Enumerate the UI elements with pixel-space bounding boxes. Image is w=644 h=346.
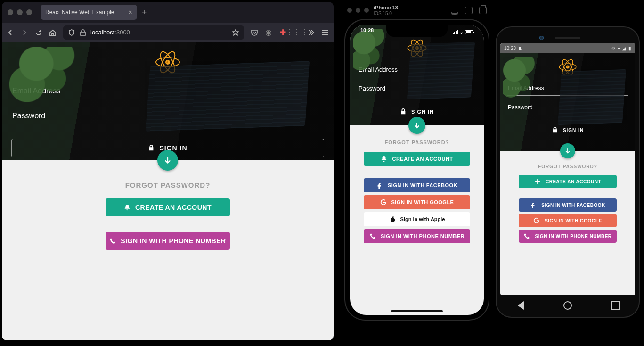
bookmark-star-icon[interactable]: [232, 29, 239, 36]
sim-os: iOS 15.0: [374, 11, 398, 16]
google-icon: [380, 199, 387, 206]
android-back-button[interactable]: [515, 301, 524, 310]
zoom-dot[interactable]: [26, 9, 32, 15]
signin-phone-label: SIGN IN WITH PHONE NUMBER: [381, 233, 465, 239]
lower-section: FORGOT PASSWORD? CREATE AN ACCOUNT SIGN …: [2, 160, 334, 269]
forgot-password-link[interactable]: FORGOT PASSWORD?: [350, 140, 484, 145]
speaker-grill: [555, 37, 580, 39]
android-home-button[interactable]: [563, 301, 572, 310]
signin-phone-button[interactable]: SIGN IN WITH PHONE NUMBER: [519, 230, 617, 243]
reload-icon[interactable]: [35, 29, 42, 36]
lock-icon: [552, 127, 558, 133]
google-icon: [533, 217, 540, 224]
home-icon[interactable]: [49, 29, 57, 36]
zoom-dot[interactable]: [364, 8, 369, 13]
browser-tab[interactable]: React Native Web Example ×: [41, 5, 137, 20]
android-recents-button[interactable]: [611, 301, 620, 310]
create-account-label: CREATE AN ACCOUNT: [392, 156, 453, 162]
phone-icon: [523, 233, 530, 239]
signin-phone-button[interactable]: SIGN IN WITH PHONE NUMBER: [106, 232, 230, 250]
signin-phone-button[interactable]: SIGN IN WITH PHONE NUMBER: [364, 229, 470, 243]
tab-title: React Native Web Example: [45, 9, 114, 16]
close-dot[interactable]: [8, 9, 13, 15]
signin-button[interactable]: SIGN IN: [507, 124, 628, 137]
signin-label: SIGN IN: [411, 109, 434, 115]
lock-icon: [148, 145, 155, 151]
signin-google-label: SIGN IN WITH GOOGLE: [545, 218, 602, 223]
arrow-down-icon: [163, 156, 172, 165]
divider: [106, 224, 230, 224]
battery-icon: ▮: [628, 46, 631, 51]
facebook-icon: [376, 182, 383, 189]
arrow-down-icon: [413, 122, 421, 129]
ext-icon-3[interactable]: ⋮⋮⋮: [293, 29, 301, 36]
create-account-button[interactable]: CREATE AN ACCOUNT: [519, 175, 617, 188]
wifi-icon: ⌵: [460, 29, 463, 35]
minimize-dot[interactable]: [17, 9, 23, 15]
sim-home-icon[interactable]: [451, 8, 458, 15]
browser-window: React Native Web Example × + localhost:3…: [2, 2, 334, 340]
create-account-button[interactable]: CREATE AN ACCOUNT: [364, 152, 470, 166]
lower-section: FORGOT PASSWORD? CREATE AN ACCOUNT SIGN …: [350, 125, 484, 262]
minimize-dot[interactable]: [356, 8, 360, 13]
create-account-label: CREATE AN ACCOUNT: [135, 204, 212, 211]
ext-icon-1[interactable]: ◉: [265, 29, 272, 36]
android-screen: 10:28 ◧ ⊘ ▾ ◢ ▮ Email Address Password S…: [500, 43, 635, 295]
signin-apple-button[interactable]: Sign in with Apple: [364, 212, 470, 226]
plus-icon: [534, 178, 541, 185]
signin-facebook-label: SIGN IN WITH FACEBOOK: [541, 203, 605, 208]
password-field[interactable]: Password: [358, 77, 476, 96]
hamburger-icon[interactable]: [321, 29, 329, 36]
phone-icon: [369, 233, 376, 239]
wifi-icon: ▾: [618, 46, 620, 51]
pocket-icon[interactable]: [251, 29, 258, 36]
lock-icon: [400, 108, 407, 115]
address-bar[interactable]: localhost:3000: [63, 25, 244, 40]
sim-device: iPhone 13: [374, 5, 398, 10]
nav-back-icon[interactable]: [7, 29, 14, 36]
hero-section: Email Address Password SIGN IN: [500, 53, 635, 151]
signin-facebook-button[interactable]: SIGN IN WITH FACEBOOK: [364, 178, 470, 192]
browser-titlebar: React Native Web Example × +: [2, 2, 334, 23]
lower-section: FORGOT PASSWORD? CREATE AN ACCOUNT SIGN …: [500, 151, 635, 262]
email-field[interactable]: Email Address: [11, 75, 324, 100]
phone-icon: [109, 238, 116, 244]
android-status-bar: 10:28 ◧ ⊘ ▾ ◢ ▮: [500, 43, 635, 53]
signin-google-label: SIGN IN WITH GOOGLE: [391, 199, 454, 205]
create-account-button[interactable]: CREATE AN ACCOUNT: [106, 198, 230, 216]
create-account-label: CREATE AN ACCOUNT: [546, 179, 601, 184]
password-field[interactable]: Password: [507, 96, 628, 115]
signin-google-button[interactable]: SIGN IN WITH GOOGLE: [519, 214, 617, 227]
email-field[interactable]: Email Address: [507, 76, 628, 96]
forgot-password-link[interactable]: FORGOT PASSWORD?: [500, 164, 635, 169]
window-controls[interactable]: [8, 9, 32, 15]
iphone-notch: [386, 25, 448, 37]
scroll-down-fab[interactable]: [157, 150, 178, 171]
home-indicator[interactable]: [391, 310, 443, 312]
signin-facebook-button[interactable]: SIGN IN WITH FACEBOOK: [519, 198, 617, 212]
signin-phone-label: SIGN IN WITH PHONE NUMBER: [535, 234, 611, 239]
signin-google-button[interactable]: SIGN IN WITH GOOGLE: [364, 195, 470, 209]
forgot-password-link[interactable]: FORGOT PASSWORD?: [2, 181, 334, 189]
android-emulator-frame: 10:28 ◧ ⊘ ▾ ◢ ▮ Email Address Password S…: [496, 26, 640, 318]
facebook-icon: [530, 202, 537, 208]
scroll-down-fab[interactable]: [408, 117, 425, 134]
new-tab-button[interactable]: +: [142, 8, 147, 17]
sim-rotate-icon[interactable]: [479, 7, 487, 14]
scroll-down-fab[interactable]: [560, 143, 575, 158]
sim-screenshot-icon[interactable]: [465, 7, 473, 14]
close-tab-icon[interactable]: ×: [129, 8, 132, 16]
nav-forward-icon[interactable]: [21, 29, 28, 36]
iphone-screen: 10:28 ⌵ Email Address Password SIGN IN: [350, 25, 484, 315]
sim-toolbar-icons[interactable]: [451, 7, 487, 14]
signin-phone-label: SIGN IN WITH PHONE NUMBER: [121, 237, 226, 245]
sim-window-controls[interactable]: [347, 8, 369, 13]
signal-icon: [453, 30, 458, 34]
front-camera: [539, 36, 544, 40]
ios-clock: 10:28: [360, 27, 374, 37]
close-dot[interactable]: [347, 8, 352, 13]
overflow-icon[interactable]: [307, 29, 315, 36]
app-logo-icon: [407, 38, 427, 58]
password-field[interactable]: Password: [11, 100, 324, 125]
email-field[interactable]: Email Address: [358, 58, 476, 77]
